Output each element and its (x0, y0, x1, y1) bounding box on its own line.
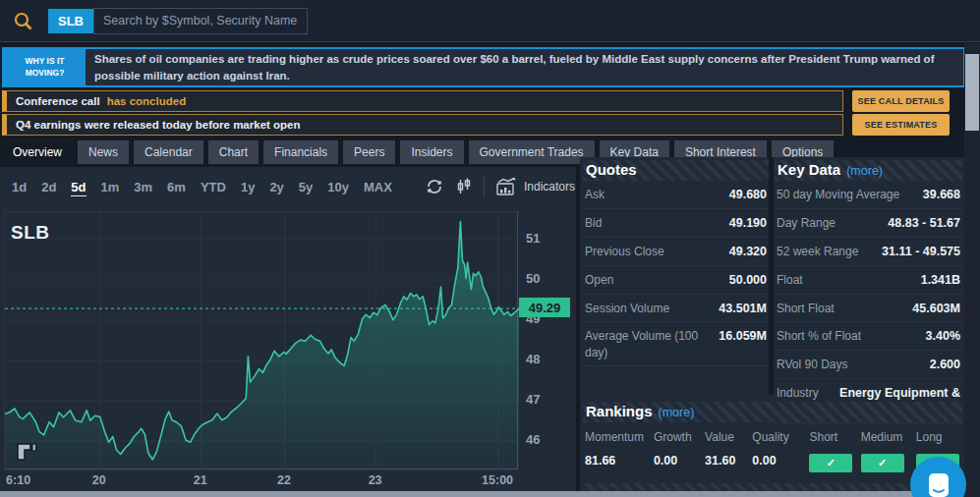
rank-header: Value (705, 430, 745, 444)
range-1m[interactable]: 1m (101, 180, 120, 196)
rank-col-growth: Growth0.00 (654, 430, 698, 472)
indicators-label: Indicators (524, 180, 575, 193)
y-tick-48: 48 (526, 352, 540, 366)
tab-government-trades[interactable]: Government Trades (469, 140, 595, 164)
row-value: 43.501M (719, 301, 767, 317)
range-3m[interactable]: 3m (134, 180, 152, 196)
rank-check-short[interactable]: ✓ (809, 454, 852, 472)
chat-icon (926, 471, 951, 497)
search-icon[interactable] (13, 11, 33, 31)
app-root: { "topbar": { "ticker": "SLB", "search_p… (0, 0, 980, 497)
row-label: Ask (585, 187, 605, 202)
row-label: Session Volume (585, 301, 669, 316)
x-tick-20: 20 (92, 473, 106, 487)
wiim-badge: WHY IS IT MOVING? (4, 49, 86, 85)
tab-chart[interactable]: Chart (208, 140, 259, 164)
horizontal-scrollbar-thumb[interactable] (0, 491, 928, 497)
rank-value: 0.00 (752, 454, 802, 468)
range-ytd[interactable]: YTD (201, 180, 226, 196)
rank-header: Growth (654, 430, 698, 444)
tab-calendar[interactable]: Calendar (134, 140, 203, 164)
chart-tools: Indicators (425, 175, 575, 197)
rankings-title: Rankings (586, 403, 653, 419)
alert-status-text: has concluded (107, 95, 187, 107)
row-value: 2.600 (930, 357, 960, 373)
y-axis: 515049484746 (524, 211, 573, 469)
rankings-more-link[interactable]: (more) (659, 406, 695, 419)
row-label: Float (777, 272, 803, 288)
indicators-icon (495, 177, 517, 196)
range-1y[interactable]: 1y (241, 180, 255, 196)
search-input[interactable] (93, 8, 308, 34)
data-row-rvol-90-days: RVol 90 Days2.600 (775, 351, 962, 379)
range-1d[interactable]: 1d (12, 180, 27, 196)
data-row-open: Open50.000 (583, 266, 769, 295)
rank-header: Short (809, 430, 853, 444)
wiim-badge-line1: WHY IS IT (26, 56, 65, 68)
indicators-button[interactable]: Indicators (495, 177, 575, 196)
range-5d[interactable]: 5d (71, 180, 86, 196)
range-max[interactable]: MAX (364, 180, 392, 196)
key-data-header: Key Data (more) (775, 160, 962, 181)
rank-check-medium[interactable]: ✓ (861, 454, 904, 472)
rank-col-quality: Quality0.00 (752, 430, 802, 472)
rankings-header: Rankings (more) (583, 402, 962, 422)
row-label: Industry (777, 385, 819, 401)
tab-financials[interactable]: Financials (263, 140, 338, 164)
range-2d[interactable]: 2d (41, 180, 56, 196)
panel-divider (769, 157, 774, 395)
key-data-more-link[interactable]: (more) (846, 164, 883, 178)
range-2y[interactable]: 2y (269, 180, 283, 196)
rankings-panel: Rankings (more) Momentum81.66Growth0.00V… (583, 402, 962, 484)
row-label: Bid (585, 215, 602, 231)
refresh-icon[interactable] (425, 177, 444, 196)
rank-col-medium: Medium✓ (861, 430, 909, 472)
row-value: 49.680 (729, 187, 767, 203)
alert-q4-earnings: Q4 earnings were released today before m… (2, 114, 843, 136)
see-estimates-button[interactable]: SEE ESTIMATES (852, 114, 950, 136)
key-data-rows: 50 day Moving Average39.668Day Range48.8… (775, 181, 962, 424)
alert-conference-call: Conference call has concluded (2, 90, 843, 112)
rank-col-value: Value31.60 (705, 430, 745, 472)
y-tick-51: 51 (526, 231, 540, 246)
range-5y[interactable]: 5y (299, 180, 313, 196)
row-label: 52 week Range (777, 244, 858, 259)
chart-symbol-label: SLB (11, 222, 50, 244)
row-value: 45.603M (912, 301, 960, 317)
x-tick-23: 23 (369, 473, 382, 487)
tab-insiders[interactable]: Insiders (400, 140, 463, 164)
data-row-bid: Bid49.190 (583, 209, 769, 238)
price-area-chart (5, 212, 519, 470)
data-row-session-volume: Session Volume43.501M (583, 295, 769, 323)
row-label: Previous Close (585, 244, 664, 259)
price-chart-plot[interactable] (4, 211, 518, 469)
row-label: RVol 90 Days (777, 357, 848, 372)
wiim-badge-line2: MOVING? (26, 68, 65, 80)
data-row-ask: Ask49.680 (583, 181, 769, 209)
see-call-details-button[interactable]: SEE CALL DETAILS (852, 90, 950, 112)
range-10y[interactable]: 10y (327, 180, 349, 196)
range-6m[interactable]: 6m (167, 180, 186, 196)
vertical-scrollbar[interactable] (964, 43, 980, 497)
y-tick-47: 47 (526, 392, 540, 407)
data-row-previous-close: Previous Close49.320 (583, 238, 769, 266)
tab-overview[interactable]: Overview (2, 140, 73, 164)
rank-header: Medium (861, 430, 909, 444)
chart-style-icon[interactable] (455, 177, 473, 196)
vertical-scrollbar-thumb[interactable] (965, 54, 979, 131)
x-tick-21: 21 (194, 473, 207, 487)
row-label: 50 day Moving Average (777, 187, 899, 202)
tab-news[interactable]: News (78, 140, 129, 164)
data-row-52-week-range: 52 week Range31.11 - 49.575 (775, 238, 962, 266)
data-row-float: Float1.341B (775, 266, 962, 295)
key-data-title: Key Data (778, 161, 840, 178)
quotes-panel: Quotes Ask49.680Bid49.190Previous Close4… (583, 160, 769, 366)
row-label: Day Range (777, 215, 836, 231)
rank-value: 31.60 (705, 454, 745, 468)
rank-header: Momentum (585, 430, 647, 444)
x-tick-6-10: 6:10 (6, 473, 30, 487)
row-label: Open (585, 272, 613, 288)
tab-peers[interactable]: Peers (343, 140, 395, 164)
ticker-token[interactable]: SLB (48, 9, 93, 33)
row-value: 16.059M (719, 328, 767, 345)
